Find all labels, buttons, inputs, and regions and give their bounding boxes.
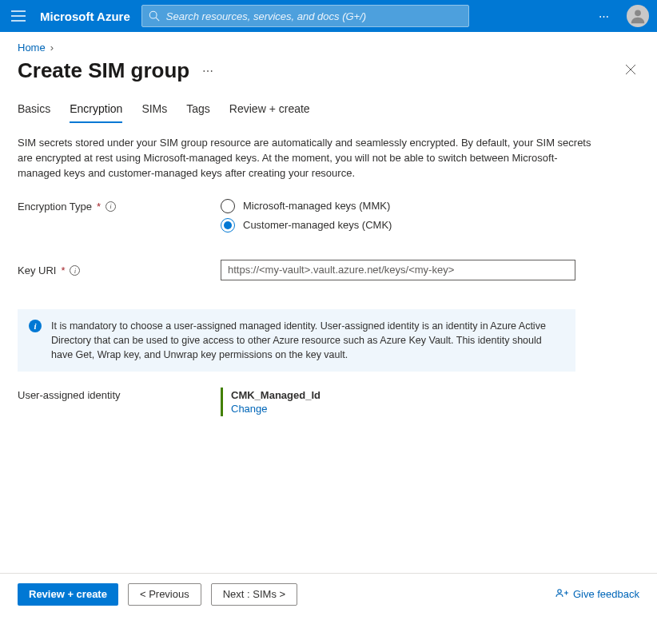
radio-mmk-circle: [221, 199, 235, 213]
radio-cmk-label: Customer-managed keys (CMK): [243, 219, 392, 231]
identity-block: CMK_Managed_Id Change: [221, 388, 575, 416]
close-button[interactable]: [622, 61, 639, 81]
page-header: Create SIM group ⋯: [0, 54, 657, 97]
search-placeholder: Search resources, services, and docs (G+…: [166, 10, 366, 22]
encryption-description: SIM secrets stored under your SIM group …: [18, 136, 593, 181]
give-feedback-link[interactable]: Give feedback: [555, 588, 639, 601]
required-asterisk: *: [61, 264, 65, 276]
radio-cmk-circle: [221, 218, 235, 233]
radio-mmk[interactable]: Microsoft-managed keys (MMK): [221, 199, 575, 213]
info-banner-text: It is mandatory to choose a user-assigne…: [51, 319, 564, 362]
row-key-uri: Key URI * i: [18, 260, 639, 280]
encryption-type-label: Encryption Type: [18, 201, 92, 213]
identity-value: CMK_Managed_Id: [231, 389, 575, 401]
identity-change-link[interactable]: Change: [231, 403, 268, 415]
info-banner: i It is mandatory to choose a user-assig…: [18, 309, 575, 372]
brand-label[interactable]: Microsoft Azure: [40, 10, 130, 23]
required-asterisk: *: [97, 201, 101, 213]
radio-cmk[interactable]: Customer-managed keys (CMK): [221, 218, 575, 233]
user-identity-label: User-assigned identity: [18, 389, 121, 401]
info-icon[interactable]: i: [106, 201, 116, 212]
hamburger-menu-icon[interactable]: [8, 7, 29, 25]
next-button[interactable]: Next : SIMs >: [211, 583, 297, 606]
page-title: Create SIM group: [18, 58, 189, 83]
person-icon: [629, 7, 647, 25]
key-uri-label: Key URI: [18, 264, 56, 276]
svg-point-3: [558, 590, 561, 593]
global-search-input[interactable]: Search resources, services, and docs (G+…: [141, 5, 469, 27]
tab-basics[interactable]: Basics: [18, 97, 50, 123]
breadcrumb-home[interactable]: Home: [18, 42, 46, 54]
tab-review[interactable]: Review + create: [229, 97, 310, 123]
info-banner-icon: i: [29, 320, 42, 332]
feedback-icon: [555, 588, 568, 601]
svg-line-1: [156, 18, 159, 21]
review-create-button[interactable]: Review + create: [18, 583, 118, 606]
footer-bar: Review + create < Previous Next : SIMs >…: [0, 573, 657, 615]
tab-tags[interactable]: Tags: [186, 97, 210, 123]
close-icon: [625, 64, 636, 75]
row-encryption-type: Encryption Type * i Microsoft-managed ke…: [18, 199, 639, 237]
more-actions-icon[interactable]: ⋯: [594, 7, 615, 26]
key-uri-input[interactable]: [221, 260, 575, 280]
row-user-identity: User-assigned identity CMK_Managed_Id Ch…: [18, 388, 639, 416]
breadcrumb: Home ›: [0, 32, 657, 54]
tab-bar: Basics Encryption SIMs Tags Review + cre…: [0, 97, 657, 123]
svg-point-0: [149, 11, 157, 18]
page-title-more-icon[interactable]: ⋯: [202, 65, 213, 78]
feedback-label: Give feedback: [573, 588, 639, 600]
search-icon: [149, 10, 160, 22]
chevron-right-icon: ›: [50, 42, 54, 54]
content-area: SIM secrets stored under your SIM group …: [0, 123, 657, 437]
tab-sims[interactable]: SIMs: [141, 97, 167, 123]
info-icon[interactable]: i: [70, 265, 80, 276]
svg-point-2: [635, 10, 641, 16]
user-avatar[interactable]: [627, 5, 649, 27]
previous-button[interactable]: < Previous: [128, 583, 201, 606]
top-bar: Microsoft Azure Search resources, servic…: [0, 0, 657, 32]
radio-mmk-label: Microsoft-managed keys (MMK): [243, 200, 390, 212]
tab-encryption[interactable]: Encryption: [70, 97, 122, 123]
